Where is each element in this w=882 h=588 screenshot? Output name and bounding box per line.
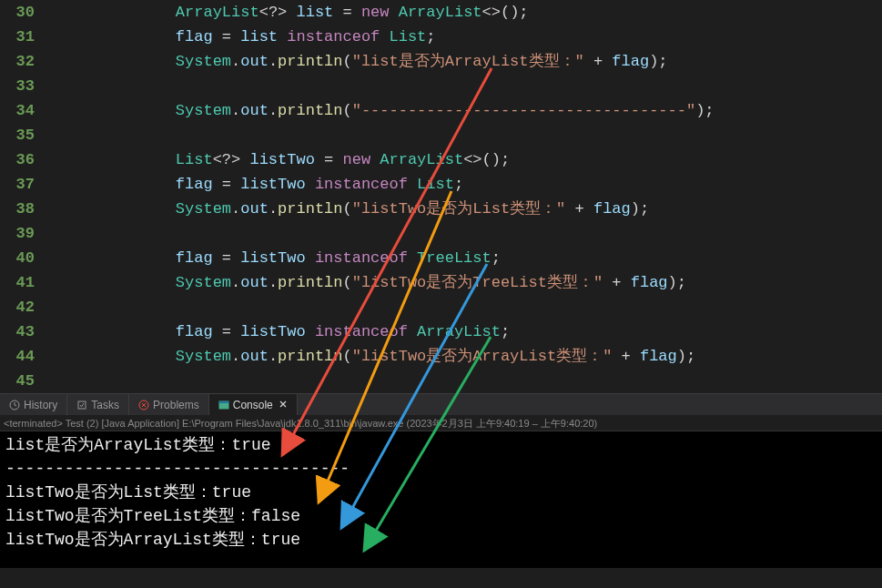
console-tab-label: Console — [233, 399, 273, 411]
code-content: ArrayList<?> list = new ArrayList<>(); — [46, 0, 529, 25]
line-number: 34 — [0, 98, 46, 123]
history-tab-label: History — [24, 399, 57, 411]
line-number: 40 — [0, 246, 46, 270]
code-line[interactable]: 40 flag = listTwo instanceof TreeList; — [0, 246, 882, 270]
line-number: 38 — [0, 197, 46, 221]
code-line[interactable]: 37 flag = listTwo instanceof List; — [0, 172, 882, 197]
close-icon[interactable] — [279, 399, 288, 411]
code-content — [46, 369, 101, 393]
console-line: listTwo是否为List类型：true — [5, 481, 877, 504]
line-number: 31 — [0, 25, 46, 49]
line-number: 42 — [0, 295, 46, 319]
code-content — [46, 221, 101, 246]
problems-tab[interactable]: Problems — [129, 394, 209, 415]
code-content: System.out.println("list是否为ArrayList类型："… — [46, 49, 668, 74]
console-output[interactable]: list是否为ArrayList类型：true-----------------… — [0, 431, 882, 568]
line-number: 45 — [0, 369, 46, 393]
code-line[interactable]: 33 — [0, 74, 882, 98]
code-content: System.out.println("--------------------… — [46, 98, 715, 123]
console-icon — [218, 400, 229, 411]
code-editor[interactable]: 30 ArrayList<?> list = new ArrayList<>()… — [0, 0, 882, 393]
line-number: 41 — [0, 270, 46, 295]
code-line[interactable]: 32 System.out.println("list是否为ArrayList类… — [0, 49, 882, 74]
line-number: 33 — [0, 74, 46, 98]
svg-rect-4 — [219, 401, 228, 403]
line-number: 43 — [0, 319, 46, 344]
history-tab[interactable]: History — [0, 394, 67, 415]
line-number: 32 — [0, 49, 46, 74]
line-number: 37 — [0, 172, 46, 197]
code-content — [46, 74, 101, 98]
code-line[interactable]: 34 System.out.println("-----------------… — [0, 98, 882, 123]
panel-tabs: History Tasks Problems Console — [0, 393, 882, 415]
console-header: <terminated> Test (2) [Java Application]… — [0, 415, 882, 431]
line-number: 30 — [0, 0, 46, 25]
problems-icon — [138, 400, 149, 411]
code-content: System.out.println("listTwo是否为ArrayList类… — [46, 344, 695, 369]
code-content: flag = listTwo instanceof TreeList; — [46, 246, 501, 270]
code-line[interactable]: 43 flag = listTwo instanceof ArrayList; — [0, 319, 882, 344]
line-number: 36 — [0, 147, 46, 172]
console-header-text: <terminated> Test (2) [Java Application]… — [4, 418, 597, 429]
history-icon — [9, 400, 20, 411]
code-content: flag = listTwo instanceof ArrayList; — [46, 319, 510, 344]
code-content — [46, 123, 101, 147]
console-tab[interactable]: Console — [209, 394, 298, 415]
tasks-icon — [76, 400, 87, 411]
code-line[interactable]: 31 flag = list instanceof List; — [0, 25, 882, 49]
console-line: ----------------------------------- — [5, 457, 877, 481]
code-content: flag = listTwo instanceof List; — [46, 172, 463, 197]
tasks-tab[interactable]: Tasks — [67, 394, 129, 415]
code-line[interactable]: 30 ArrayList<?> list = new ArrayList<>()… — [0, 0, 882, 25]
code-line[interactable]: 39 — [0, 221, 882, 246]
svg-rect-1 — [78, 401, 86, 409]
code-content: System.out.println("listTwo是否为TreeList类型… — [46, 270, 686, 295]
code-line[interactable]: 38 System.out.println("listTwo是否为List类型：… — [0, 197, 882, 221]
line-number: 44 — [0, 344, 46, 369]
console-line: listTwo是否为ArrayList类型：true — [5, 528, 877, 552]
code-content — [46, 295, 101, 319]
line-number: 35 — [0, 123, 46, 147]
code-line[interactable]: 41 System.out.println("listTwo是否为TreeLis… — [0, 270, 882, 295]
code-content: List<?> listTwo = new ArrayList<>(); — [46, 147, 510, 172]
code-content: System.out.println("listTwo是否为List类型：" +… — [46, 197, 649, 221]
code-line[interactable]: 35 — [0, 123, 882, 147]
code-line[interactable]: 36 List<?> listTwo = new ArrayList<>(); — [0, 147, 882, 172]
tasks-tab-label: Tasks — [91, 399, 119, 411]
code-line[interactable]: 45 — [0, 369, 882, 393]
problems-tab-label: Problems — [153, 399, 199, 411]
code-line[interactable]: 42 — [0, 295, 882, 319]
code-content: flag = list instanceof List; — [46, 25, 436, 49]
console-line: list是否为ArrayList类型：true — [5, 433, 877, 457]
line-number: 39 — [0, 221, 46, 246]
code-line[interactable]: 44 System.out.println("listTwo是否为ArrayLi… — [0, 344, 882, 369]
console-line: listTwo是否为TreeList类型：false — [5, 504, 877, 528]
